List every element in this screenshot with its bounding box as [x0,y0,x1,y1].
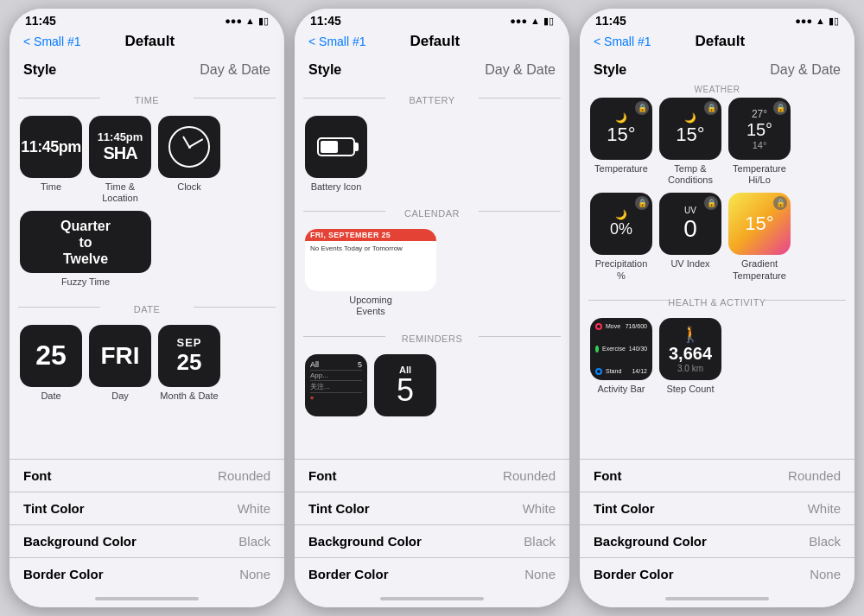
font-row-2[interactable]: Font Rounded [295,459,569,492]
time-widget-label: Time [41,181,61,193]
nav-back-2[interactable]: < Small #1 [308,35,366,48]
cond-temp: 15° [676,124,704,146]
nav-title-2: Default [410,33,460,50]
month-date-box[interactable]: SEP 25 [158,325,220,387]
font-row-3[interactable]: Font Rounded [580,459,854,492]
bg-val-1: Black [238,534,270,549]
nav-header-1: < Small #1 Default [10,29,284,57]
temp-cond-box[interactable]: 🔒 🌙 15° [659,98,721,160]
phone-1: 11:45 ●●● ▲ ▮▯ < Small #1 Default Style … [10,9,284,607]
stand-ring [595,368,602,375]
activity-box[interactable]: Move 716/600 Exercise 140/30 Stand 14/12 [590,318,652,380]
border-row-1[interactable]: Border Color None [10,557,284,590]
calendar-widget-box[interactable]: FRI, SEPTEMBER 25 No Events Today or Tom… [305,229,436,291]
precip-item: 🔒 🌙 0% Precipitation% [590,193,652,281]
day-name-box[interactable]: FRI [89,325,151,387]
date-num-box[interactable]: 25 [20,325,82,387]
cond-moon: 🌙 [684,112,696,124]
exercise-text: Exercise [602,346,626,352]
move-text: Move [606,323,620,329]
gradient-item: 🔒 15° GradientTemperature [728,193,791,281]
cal-header: FRI, SEPTEMBER 25 [305,229,436,241]
walk-icon: 🚶 [681,325,700,344]
weather-label-partial: WEATHER [580,83,854,94]
section-reminders: REMINDERS [295,321,569,351]
section-calendar: CALENDAR [295,196,569,225]
home-bar-2 [380,597,484,600]
stand-text: Stand [606,368,621,374]
scroll-content-3[interactable]: WEATHER 🔒 🌙 15° Temperature 🔒 🌙 [580,83,854,457]
nav-title-3: Default [695,33,745,50]
style-row-1: Style Day & Date [10,57,284,83]
rem-large-box[interactable]: All 5 [374,354,436,416]
status-icons-1: ●●● ▲ ▮▯ [225,16,269,27]
month-abbr: SEP [176,336,201,349]
bg-row-3[interactable]: Background Color Black [580,524,854,557]
border-row-3[interactable]: Border Color None [580,557,854,590]
temp-hilo-item: 🔒 27° 15° 14° TemperatureHi/Lo [728,98,791,186]
border-val-2: None [524,567,556,581]
precip-pct: 0% [610,220,632,238]
uv-number: 0 [683,215,697,243]
uv-box[interactable]: 🔒 UV 0 [659,193,721,255]
time-location-box[interactable]: 11:45pm SHA [89,116,151,178]
gradient-box[interactable]: 🔒 15° [728,193,791,255]
step-distance: 3.0 km [677,364,703,373]
time-widget-grid: 11:45pm Time 11:45pm SHA Time &Location [10,112,284,292]
home-bar-3 [665,597,769,600]
nav-back-3[interactable]: < Small #1 [594,35,651,48]
rem-row-2: App... [310,371,362,381]
tint-row-3[interactable]: Tint Color White [580,492,854,524]
uv-lock: 🔒 [704,196,718,210]
border-key-3: Border Color [594,567,674,581]
wifi-icon-2: ▲ [530,16,540,26]
clock-box[interactable] [158,116,220,178]
font-key-2: Font [308,468,336,483]
temp-hilo-box[interactable]: 🔒 27° 15° 14° [728,98,791,160]
status-bar-1: 11:45 ●●● ▲ ▮▯ [10,9,284,29]
wifi-icon-3: ▲ [816,16,825,26]
rem-all-text: All [310,360,319,369]
clock-face [168,126,210,168]
fuzzy-text: QuartertoTwelve [60,218,111,268]
temp-box[interactable]: 🔒 🌙 15° [590,98,652,160]
border-row-2[interactable]: Border Color None [295,557,569,590]
bg-row-2[interactable]: Background Color Black [295,524,569,557]
time-widget-box[interactable]: 11:45pm [20,116,82,178]
hilo-low: 14° [753,140,767,150]
rem-large-num: 5 [397,375,414,406]
hilo-top: 27° [752,108,767,120]
month-date-label: Month & Date [160,391,218,402]
tint-row-2[interactable]: Tint Color White [295,492,569,524]
uv-label: UV Index [670,258,709,270]
battery-widget-box[interactable] [305,116,367,178]
font-key-1: Font [23,468,51,483]
time-widget-item: 11:45pm Time [20,116,82,204]
temp-item: 🔒 🌙 15° Temperature [590,98,652,186]
phones-container: 11:45 ●●● ▲ ▮▯ < Small #1 Default Style … [0,0,864,616]
rem-small-box[interactable]: All 5 App... 关注... ♥ [305,354,367,416]
scroll-content-2[interactable]: BATTERY Battery Icon CALENDAR [295,83,569,457]
bg-row-1[interactable]: Background Color Black [10,524,284,557]
temp-hilo-lock: 🔒 [773,101,787,115]
bg-key-3: Background Color [594,534,707,549]
precip-box[interactable]: 🔒 🌙 0% [590,193,652,255]
calendar-grid: FRI, SEPTEMBER 25 No Events Today or Tom… [295,225,569,321]
battery-grid: Battery Icon [295,112,569,196]
time-loc-time: 11:45pm [98,130,143,143]
gradient-temp: 15° [745,213,773,235]
scroll-content-1[interactable]: TIME 11:45pm Time 11:45pm SHA Time &Loca… [10,83,284,457]
clock-center-dot [188,146,191,149]
font-row-1[interactable]: Font Rounded [10,459,284,492]
step-box[interactable]: 🚶 3,664 3.0 km [659,318,721,380]
temp-moon: 🌙 [615,112,627,124]
nav-back-1[interactable]: < Small #1 [23,35,81,48]
tint-val-2: White [523,501,556,516]
temp-hilo-label: TemperatureHi/Lo [733,163,786,186]
fuzzy-box[interactable]: QuartertoTwelve [20,211,151,273]
move-ring [595,323,602,330]
bg-key-1: Background Color [23,534,137,549]
tint-row-1[interactable]: Tint Color White [10,492,284,524]
time-display: 11:45pm [21,138,81,156]
font-val-3: Rounded [788,468,841,483]
